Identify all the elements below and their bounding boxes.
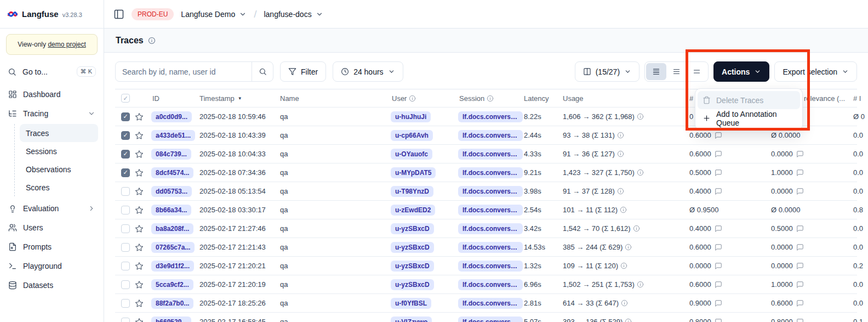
comment-icon[interactable] [715,188,722,195]
column-header-latency[interactable]: Latency [523,94,562,103]
sidebar-item-scores[interactable]: Scores [20,178,98,196]
row-checkbox[interactable] [121,206,130,214]
info-icon[interactable] [617,150,624,157]
session-badge[interactable]: lf.docs.conversation... [458,223,523,234]
row-checkbox[interactable] [121,224,130,233]
row-checkbox[interactable] [121,299,130,308]
comment-icon[interactable] [796,262,804,270]
table-row[interactable]: 5cca9cf2... 2025-02-17 21:20:19 qa u-yzS… [115,275,857,294]
bookmark-star-button[interactable] [135,280,151,289]
row-checkbox[interactable] [121,168,130,177]
project-breadcrumb[interactable]: langfuse-docs [264,10,323,19]
column-header-id[interactable]: ID [151,94,198,103]
sidebar-item-datasets[interactable]: Datasets [5,275,98,295]
trace-id-badge[interactable]: 5cca9cf2... [151,279,193,290]
user-badge[interactable]: u-yzSBxcD [391,223,434,234]
row-checkbox[interactable] [121,112,130,121]
sidebar-toggle-button[interactable] [113,9,124,20]
info-icon[interactable] [617,132,624,139]
trace-id-badge[interactable]: 8dcf4574... [151,167,193,178]
session-badge[interactable]: lf.docs.conversation... [458,261,523,272]
table-row[interactable]: d3e9d1f2... 2025-02-17 21:20:21 qa u-yzS… [115,257,857,275]
select-all-checkbox[interactable] [121,94,130,103]
session-badge[interactable]: lf.docs.conversation... [458,298,523,309]
table-row[interactable]: ba8a208f... 2025-02-17 21:27:46 qa u-yzS… [115,219,857,238]
sidebar-item-users[interactable]: Users [5,218,98,237]
comment-icon[interactable] [796,281,804,289]
session-badge[interactable]: lf.docs.conversation... [458,205,523,216]
sidebar-item-dashboard[interactable]: Dashboard [5,84,98,104]
user-badge[interactable]: u-yzSBxcD [391,242,434,253]
bookmark-star-button[interactable] [135,187,151,196]
row-checkbox[interactable] [121,131,130,140]
comment-icon[interactable] [715,262,722,270]
comment-icon[interactable] [715,169,722,177]
info-icon[interactable] [625,244,632,251]
row-checkbox[interactable] [121,318,130,322]
bookmark-star-button[interactable] [135,299,151,308]
sidebar-item-playground[interactable]: Playground [5,256,98,275]
info-icon[interactable] [637,113,644,120]
demo-project-link[interactable]: demo project [48,41,85,48]
user-badge[interactable]: u-zEwdED2 [391,205,435,216]
column-header-user[interactable]: User [391,94,458,103]
user-badge[interactable]: u-T98YnzD [391,186,433,197]
row-height-small-button[interactable] [646,63,666,80]
trace-id-badge[interactable]: 084c739... [151,149,191,160]
session-badge[interactable]: lf.docs.conversation... [458,279,523,290]
bookmark-star-button[interactable] [135,206,151,214]
sidebar-item-traces[interactable]: Traces [20,124,98,142]
column-visibility-button[interactable]: (15/27) [575,61,639,82]
bookmark-star-button[interactable] [135,243,151,252]
session-badge[interactable]: lf.docs.conversation... [458,111,523,122]
filter-button[interactable]: Filter [280,61,326,82]
table-row[interactable]: 8dcf4574... 2025-02-18 07:34:36 qa u-MYp… [115,163,857,182]
trace-id-badge[interactable]: d3e9d1f2... [151,261,194,272]
user-badge[interactable]: u-MYpDAT5 [391,167,436,178]
session-badge[interactable]: lf.docs.conversation... [458,130,523,141]
user-badge[interactable]: u-OYauofc [391,149,432,160]
column-header-last[interactable]: # I [849,94,868,103]
bookmark-star-button[interactable] [135,131,151,140]
table-row[interactable]: 8b66a34... 2025-02-18 03:30:17 qa u-zEwd… [115,201,857,219]
sidebar-item-observations[interactable]: Observations [20,160,98,178]
comment-icon[interactable] [796,188,804,195]
comment-icon[interactable] [715,150,722,158]
table-row[interactable]: 084c739... 2025-02-18 10:04:33 qa u-OYau… [115,145,857,163]
menu-item-delete-traces[interactable]: Delete Traces [698,91,800,109]
info-icon[interactable] [625,318,632,322]
comment-icon[interactable] [715,132,722,139]
table-row[interactable]: 88f2a7b0... 2025-02-17 18:25:26 qa u-f0Y… [115,294,857,313]
row-checkbox[interactable] [121,150,130,159]
user-badge[interactable]: u-VIZzvwo [391,317,432,322]
trace-id-badge[interactable]: dd05753... [151,186,192,197]
table-row[interactable]: 07265c7a... 2025-02-17 21:21:43 qa u-yzS… [115,238,857,257]
info-icon[interactable] [637,169,644,176]
session-badge[interactable]: lf.docs.conversation.... [458,167,523,178]
comment-icon[interactable] [715,244,722,251]
bookmark-star-button[interactable] [135,168,151,177]
comment-icon[interactable] [796,300,804,307]
comment-icon[interactable] [796,318,804,322]
row-height-medium-button[interactable] [666,63,687,80]
column-header-usage[interactable]: Usage [562,94,685,103]
org-breadcrumb[interactable]: Langfuse Demo [181,10,247,19]
trace-id-badge[interactable]: 8b66a34... [151,205,191,216]
info-icon[interactable] [633,225,640,232]
info-icon[interactable] [637,281,644,288]
table-row[interactable]: dd05753... 2025-02-18 05:13:54 qa u-T98Y… [115,182,857,201]
comment-icon[interactable] [796,225,804,233]
trace-id-badge[interactable]: 88f2a7b0... [151,298,193,309]
row-checkbox[interactable] [121,280,130,289]
comment-icon[interactable] [715,300,722,307]
bookmark-star-button[interactable] [135,112,151,121]
user-badge[interactable]: u-yzSBxcD [391,261,434,272]
session-badge[interactable]: lf.docs.conversation.... [458,186,523,197]
actions-button[interactable]: Actions [713,61,769,82]
trace-id-badge[interactable]: 07265c7a... [151,242,195,253]
row-height-large-button[interactable] [687,63,707,80]
comment-icon[interactable] [715,225,722,233]
comment-icon[interactable] [796,150,804,158]
info-icon[interactable] [620,262,627,269]
bookmark-star-button[interactable] [135,262,151,270]
